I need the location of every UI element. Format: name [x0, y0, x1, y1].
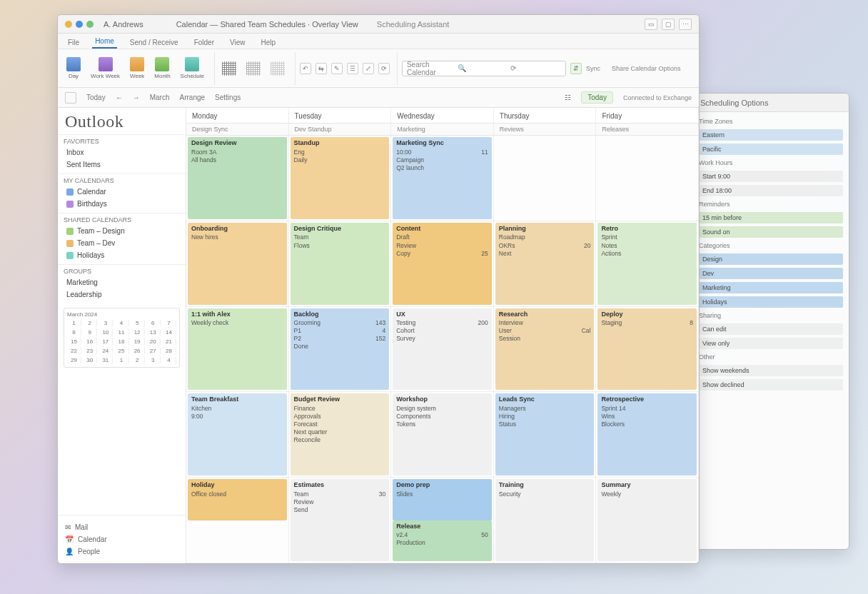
arrange-button[interactable]: Arrange [179, 94, 205, 101]
today-button[interactable]: Today [86, 94, 106, 101]
calendar-event[interactable]: StandupEngDaily [291, 137, 390, 219]
calendar-cell[interactable]: ResearchInterviewUserCalSession [494, 307, 597, 392]
calendar-cell[interactable]: SummaryWeekly [596, 478, 699, 563]
view-day-button[interactable]: Day [64, 56, 84, 81]
nav-calendar[interactable]: 📅Calendar [65, 533, 178, 545]
maximize-icon[interactable] [86, 21, 94, 28]
view-schedule-button[interactable]: Schedule [178, 56, 207, 81]
sidebar-item-sent[interactable]: Sent Items [64, 158, 180, 171]
calendar-event[interactable]: HolidayOffice closed [188, 479, 287, 520]
calendar-event[interactable]: UXTesting200CohortSurvey [393, 308, 492, 391]
calendar-rows[interactable]: Design ReviewRoom 3AAll handsStandupEngD… [186, 136, 699, 563]
swap-icon[interactable]: ⇆ [316, 63, 327, 74]
calendar-cell[interactable]: RetrospectiveSprint 14WinsBlockers [596, 392, 699, 477]
expand-icon[interactable]: ⤢ [363, 63, 374, 74]
calendar-cell[interactable]: RetroSprintNotesActions [596, 221, 699, 306]
layout-split-icon[interactable]: ▭ [645, 19, 657, 30]
mode-icon[interactable]: ☷ [565, 94, 571, 101]
calendar-event[interactable]: ContentDraftReviewCopy25 [393, 223, 492, 305]
col-fri[interactable]: Friday [596, 108, 699, 123]
calendar-event[interactable]: Budget ReviewFinanceApprovalsForecastNex… [291, 393, 390, 475]
view-month-button[interactable]: Month [151, 56, 173, 81]
calendar-cell[interactable]: OnboardingNew hires [186, 221, 289, 306]
calendar-event[interactable]: TrainingSecurity [495, 479, 595, 561]
calendar-event[interactable]: Releasev2.450Production [393, 520, 492, 561]
titlebar[interactable]: A. Andrews Calendar — Shared Team Schedu… [58, 15, 699, 34]
sidebar-item-inbox[interactable]: Inbox [64, 146, 180, 158]
calendar-cell[interactable]: StandupEngDaily [289, 136, 392, 221]
calendar-event[interactable]: WorkshopDesign systemComponentsTokens [393, 393, 492, 475]
calendar-cell[interactable]: TrainingSecurity [494, 478, 597, 563]
prev-button[interactable]: ← [116, 94, 123, 101]
col-wed[interactable]: Wednesday [391, 108, 494, 123]
calendar-event[interactable]: Design CritiqueTeamFlows [291, 223, 390, 305]
close-icon[interactable] [65, 21, 72, 28]
calendar-event[interactable]: SummaryWeekly [597, 479, 697, 561]
window-controls[interactable] [65, 21, 94, 28]
calendar-cell[interactable] [494, 136, 597, 221]
calendar-event[interactable]: ResearchInterviewUserCalSession [495, 308, 595, 391]
calendar-cell[interactable]: DeployStaging8 [596, 307, 699, 392]
calendar-cell[interactable]: UXTesting200CohortSurvey [391, 307, 494, 392]
window-subtab[interactable]: Scheduling Assistant [377, 20, 450, 29]
next-button[interactable]: → [133, 94, 140, 101]
grid-small-button[interactable] [219, 60, 239, 77]
calendar-cell[interactable] [596, 136, 699, 221]
calendar-cell[interactable]: PlanningRoadmapOKRs20Next [494, 221, 597, 306]
toolbar-cal-icon[interactable] [65, 92, 76, 104]
mini-cal-grid[interactable]: 1234567891011121314151617181920212223242… [67, 319, 176, 364]
calendar-event[interactable]: Demo prepSlides [393, 479, 492, 520]
tab-help[interactable]: Help [258, 36, 279, 49]
calendar-cell[interactable]: BacklogGrooming143P14P2152Done [289, 307, 392, 392]
tab-sendrec[interactable]: Send / Receive [127, 36, 181, 49]
tab-folder[interactable]: Folder [191, 36, 217, 49]
refresh-icon[interactable]: ⟳ [378, 63, 390, 74]
calendar-event[interactable]: Team BreakfastKitchen9:00 [188, 393, 287, 475]
calendar-event[interactable]: Design ReviewRoom 3AAll hands [188, 137, 287, 219]
calendar-event[interactable]: RetroSprintNotesActions [597, 223, 697, 305]
sync-button[interactable]: ⇵ [570, 63, 582, 74]
calendar-cell[interactable]: HolidayOffice closed [186, 478, 289, 563]
calendar-event[interactable]: Marketing Sync10:0011CampaignQ2 launch [393, 137, 492, 219]
view-workweek-button[interactable]: Work Week [88, 56, 123, 81]
tab-home[interactable]: Home [92, 35, 117, 49]
calendar-cell[interactable]: ContentDraftReviewCopy25 [391, 221, 494, 306]
calendar-cell[interactable]: Team BreakfastKitchen9:00 [186, 392, 289, 477]
share-label[interactable]: Share Calendar Options [612, 65, 681, 72]
calendar-event[interactable]: PlanningRoadmapOKRs20Next [495, 223, 595, 305]
edit-icon[interactable]: ✎ [331, 63, 343, 74]
minimize-icon[interactable] [76, 21, 83, 28]
col-thu[interactable]: Thursday [494, 108, 597, 123]
calendar-cell[interactable]: 1:1 with AlexWeekly check [186, 307, 289, 392]
layout-full-icon[interactable]: ▢ [662, 19, 675, 30]
calendar-cell[interactable]: EstimatesTeam30ReviewSend [289, 478, 392, 563]
calendar-cell[interactable]: Releasev2.450ProductionDemo prepSlides [391, 478, 494, 563]
sidebar-item-birthdays[interactable]: Birthdays [64, 198, 180, 210]
sidebar-item-calendar[interactable]: Calendar [64, 186, 180, 198]
mini-calendar[interactable]: March 2024 12345678910111213141516171819… [64, 308, 180, 368]
ribbon-tabs[interactable]: File Home Send / Receive Folder View Hel… [58, 34, 699, 49]
sidebar-item-holidays[interactable]: Holidays [64, 249, 180, 261]
tab-file[interactable]: File [65, 36, 82, 49]
nav-people[interactable]: 👤People [65, 545, 178, 558]
calendar-event[interactable]: OnboardingNew hires [188, 223, 287, 305]
sidebar-item-team-dev[interactable]: Team – Dev [64, 237, 180, 249]
calendar-cell[interactable]: Marketing Sync10:0011CampaignQ2 launch [391, 136, 494, 221]
undo-icon[interactable]: ↶ [300, 63, 311, 74]
tab-view[interactable]: View [227, 36, 248, 49]
sync-icon[interactable]: ⟳ [510, 64, 561, 72]
calendar-event[interactable]: RetrospectiveSprint 14WinsBlockers [597, 393, 697, 475]
view-week-button[interactable]: Week [127, 56, 147, 81]
view-pill[interactable]: Today [581, 91, 613, 104]
sidebar-item-team-design[interactable]: Team – Design [64, 225, 180, 237]
calendar-cell[interactable]: Budget ReviewFinanceApprovalsForecastNex… [289, 392, 392, 477]
calendar-cell[interactable]: WorkshopDesign systemComponentsTokens [391, 392, 494, 477]
calendar-cell[interactable]: Leads SyncManagersHiringStatus [494, 392, 597, 477]
more-icon[interactable]: ⋯ [679, 19, 692, 30]
nav-mail[interactable]: ✉Mail [65, 521, 178, 533]
calendar-cell[interactable]: Design CritiqueTeamFlows [289, 221, 392, 306]
col-mon[interactable]: Monday [186, 108, 289, 123]
settings-button[interactable]: Settings [215, 94, 241, 101]
grid-med-button[interactable] [243, 60, 263, 77]
list-icon[interactable]: ☰ [347, 63, 358, 74]
